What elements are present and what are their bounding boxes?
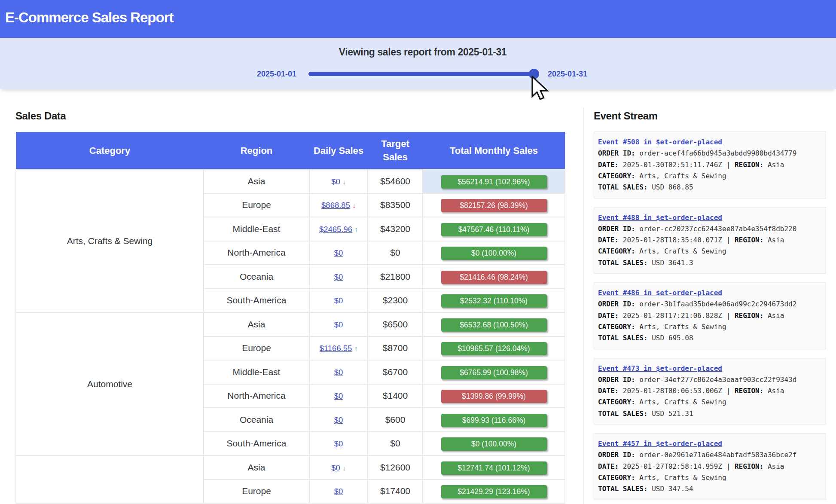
total-monthly-sales-cell: $2532.32 (110.10%): [423, 289, 565, 313]
region-cell: South-America: [204, 432, 309, 456]
total-sales-value: USD 521.31: [648, 409, 693, 418]
event-title-link[interactable]: Event #473 in $et-order-placed: [598, 364, 722, 373]
daily-sales-link[interactable]: $0: [334, 487, 343, 496]
event-title-link[interactable]: Event #488 in $et-order-placed: [598, 214, 722, 222]
event-title-link[interactable]: Event #508 in $et-order-placed: [598, 138, 722, 146]
daily-sales-link[interactable]: $0: [331, 177, 340, 186]
order-id-label: ORDER ID:: [598, 451, 635, 459]
date-value: 2025-01-30T02:51:11.746Z: [619, 161, 726, 169]
trend-down-icon: ↓: [342, 178, 346, 186]
slider-caption: Viewing sales report from 2025-01-31: [339, 46, 506, 58]
separator: |: [726, 462, 735, 470]
col-header-category: Category: [16, 132, 204, 169]
daily-sales-link[interactable]: $0: [334, 368, 343, 377]
separator: |: [726, 236, 735, 244]
region-cell: Europe: [204, 193, 309, 217]
date-label: DATE:: [598, 462, 619, 470]
date-label: DATE:: [598, 161, 619, 169]
date-slider-track[interactable]: [308, 72, 539, 76]
event-detail-line: DATE: 2025-01-28T18:35:40.071Z | REGION:…: [598, 235, 826, 246]
event-detail-line: ORDER ID: order-acef4fa66bd945a3abdd9980…: [598, 148, 826, 159]
monthly-sales-badge-green: $21429.29 (123.16%): [441, 485, 547, 498]
total-monthly-sales-cell: $21416.46 (98.24%): [423, 265, 565, 289]
event-stream-heading: Event Stream: [594, 110, 826, 122]
order-id-value: order-0e2961e71a6e484abfadf583a36bce2f: [635, 451, 797, 459]
region-value: Asia: [763, 236, 784, 244]
daily-sales-link[interactable]: $0: [331, 463, 340, 472]
category-cell: [16, 455, 204, 503]
target-sales-cell: $17400: [368, 480, 423, 504]
event-card: Event #508 in $et-order-placedORDER ID: …: [594, 131, 826, 199]
table-row: AutomotiveAsia$0$6500$6532.68 (100.50%): [16, 312, 565, 336]
total-monthly-sales-cell: $10965.57 (126.04%): [423, 336, 565, 360]
daily-sales-link[interactable]: $0: [334, 391, 343, 400]
category-value: Arts, Crafts & Sewing: [635, 473, 726, 482]
event-stream-list: Event #508 in $et-order-placedORDER ID: …: [594, 131, 826, 500]
region-cell: North-America: [204, 384, 309, 408]
event-card: Event #457 in $et-order-placedORDER ID: …: [594, 433, 826, 500]
daily-sales-link[interactable]: $0: [334, 272, 343, 281]
monthly-sales-badge-green: $12741.74 (101.12%): [441, 461, 547, 475]
daily-sales-link[interactable]: $0: [334, 296, 343, 305]
total-sales-label: TOTAL SALES:: [598, 259, 648, 267]
daily-sales-link[interactable]: $868.85: [321, 201, 350, 210]
region-value: Asia: [763, 312, 784, 320]
target-sales-cell: $6700: [368, 360, 423, 384]
event-title-link[interactable]: Event #457 in $et-order-placed: [598, 440, 722, 448]
category-cell: Automotive: [16, 312, 204, 455]
event-detail-line: DATE: 2025-01-30T02:51:11.746Z | REGION:…: [598, 159, 826, 171]
event-title-link[interactable]: Event #486 in $et-order-placed: [598, 289, 722, 297]
daily-sales-link[interactable]: $2465.96: [319, 225, 352, 234]
date-value: 2025-01-28T17:21:06.828Z: [619, 312, 726, 320]
total-monthly-sales-cell: $12741.74 (101.12%): [423, 455, 565, 480]
daily-sales-link[interactable]: $0: [334, 415, 343, 425]
region-cell: Asia: [204, 312, 309, 336]
region-label: REGION:: [735, 161, 763, 169]
event-detail-line: DATE: 2025-01-28T17:21:06.828Z | REGION:…: [598, 310, 826, 321]
table-row: Arts, Crafts & SewingAsia$0↓$54600$56214…: [16, 169, 565, 193]
monthly-sales-badge-green: $0 (100.00%): [441, 437, 547, 451]
region-cell: South-America: [204, 289, 309, 313]
monthly-sales-badge-green: $47567.46 (110.11%): [441, 223, 547, 236]
category-label: CATEGORY:: [598, 323, 635, 331]
sales-data-panel: Sales Data Category Region Daily Sales T…: [15, 110, 564, 504]
event-detail-line: TOTAL SALES: USD 3641.3: [598, 257, 826, 269]
event-card: Event #488 in $et-order-placedORDER ID: …: [594, 207, 826, 274]
event-detail-line: DATE: 2025-01-27T02:58:14.959Z | REGION:…: [598, 461, 826, 472]
target-sales-cell: $83500: [368, 193, 423, 217]
mouse-cursor-icon: [531, 76, 549, 101]
daily-sales-cell: $0↓: [309, 455, 368, 480]
separator: |: [726, 387, 735, 395]
target-sales-cell: $8700: [368, 336, 423, 360]
target-sales-cell: $0: [368, 241, 423, 265]
total-sales-label: TOTAL SALES:: [598, 485, 648, 493]
target-sales-cell: $54600: [368, 169, 423, 193]
category-label: CATEGORY:: [598, 398, 635, 406]
event-card: Event #486 in $et-order-placedORDER ID: …: [594, 282, 826, 349]
total-sales-value: USD 3641.3: [648, 259, 693, 267]
daily-sales-link[interactable]: $0: [334, 320, 343, 329]
total-monthly-sales-cell: $47567.46 (110.11%): [423, 217, 565, 241]
total-monthly-sales-cell: $0 (100.00%): [423, 432, 565, 456]
category-cell: Arts, Crafts & Sewing: [16, 169, 204, 312]
daily-sales-link[interactable]: $1166.55: [320, 344, 352, 353]
category-value: Arts, Crafts & Sewing: [635, 247, 726, 255]
category-value: Arts, Crafts & Sewing: [635, 172, 726, 180]
monthly-sales-badge-green: $699.93 (116.66%): [441, 414, 547, 427]
order-id-label: ORDER ID:: [598, 300, 635, 308]
col-header-target-sales: Target Sales: [368, 132, 423, 169]
total-monthly-sales-cell: $6532.68 (100.50%): [423, 312, 565, 336]
trend-up-icon: ↑: [354, 345, 357, 353]
event-detail-line: ORDER ID: order-0e2961e71a6e484abfadf583…: [598, 449, 826, 461]
region-value: Asia: [763, 387, 784, 395]
region-cell: Europe: [204, 336, 309, 360]
region-cell: Middle-East: [204, 360, 309, 384]
daily-sales-cell: $0: [309, 432, 368, 456]
total-sales-value: USD 695.08: [648, 334, 693, 342]
monthly-sales-badge-green: $6532.68 (100.50%): [441, 318, 547, 332]
daily-sales-cell: $0: [309, 360, 368, 384]
daily-sales-link[interactable]: $0: [334, 439, 343, 448]
monthly-sales-badge-red: $21416.46 (98.24%): [441, 271, 547, 284]
daily-sales-link[interactable]: $0: [334, 248, 343, 257]
region-cell: Asia: [204, 169, 309, 193]
